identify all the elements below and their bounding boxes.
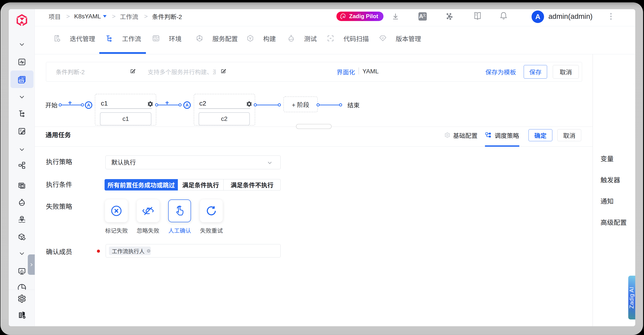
svg-text:Z: Z: [21, 297, 23, 300]
svg-text:PM: PM: [20, 80, 23, 83]
svg-text:文: 文: [422, 12, 426, 18]
svg-text:AI: AI: [342, 16, 345, 19]
